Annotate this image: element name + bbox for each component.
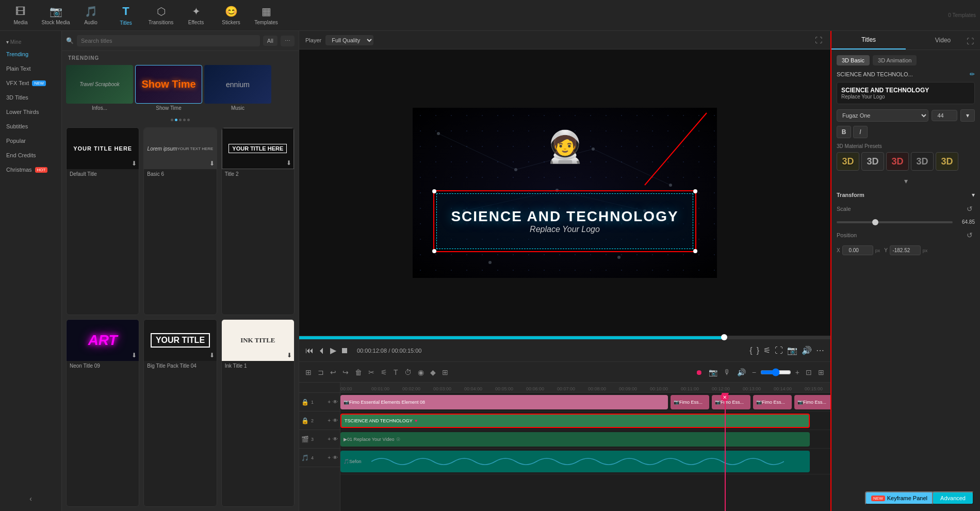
handle-br[interactable] xyxy=(693,249,697,253)
scale-slider[interactable] xyxy=(837,221,953,223)
preset-gray[interactable]: 3D xyxy=(911,152,934,171)
search-input[interactable] xyxy=(77,35,260,46)
tl-timer-btn[interactable]: ⏱ xyxy=(402,366,414,378)
tab-titles[interactable]: Titles xyxy=(831,31,906,50)
track1-clip-main[interactable]: 📷 Fimo Essential Elements Element 08 xyxy=(340,395,668,409)
track1-clip-4[interactable]: 📷 Fimo Ess... xyxy=(753,395,792,409)
tool-titles[interactable]: T Titles xyxy=(109,2,142,29)
tl-color-btn[interactable]: ◉ xyxy=(416,366,426,378)
tl-camera-btn[interactable]: 📷 xyxy=(707,366,720,378)
tl-layout-btn[interactable]: ⊞ xyxy=(440,366,450,378)
subtab-3dbasic[interactable]: 3D Basic xyxy=(837,55,870,65)
tl-audio-btn[interactable]: 🎙 xyxy=(722,366,733,378)
tl-zoom-slider[interactable] xyxy=(760,368,791,376)
pos-x-input[interactable] xyxy=(842,245,873,255)
track4-eye[interactable]: 👁 xyxy=(333,455,338,460)
preset-gold2[interactable]: 3D xyxy=(936,152,958,171)
mark-in-btn[interactable]: { xyxy=(749,346,752,355)
tl-cut-btn[interactable]: ✂ xyxy=(366,366,377,378)
position-reset-btn[interactable]: ↺ xyxy=(965,229,975,241)
more-options-btn[interactable]: ⋯ xyxy=(281,36,295,46)
font-size-input[interactable] xyxy=(932,110,957,121)
track2-clip-main[interactable]: T SCIENCE AND TECHNOLOGY ♥ xyxy=(340,414,810,428)
tool-stock[interactable]: 📷 Stock Media xyxy=(39,2,72,29)
tl-fit-btn[interactable]: ⊡ xyxy=(804,366,814,378)
tl-zoom-out-btn[interactable]: − xyxy=(750,366,758,378)
progress-bar[interactable] xyxy=(299,336,830,339)
font-size-dropdown[interactable]: ▾ xyxy=(960,109,975,122)
dot-5[interactable] xyxy=(187,119,190,121)
tl-zoom-in-btn[interactable]: + xyxy=(793,366,802,378)
tool-templates[interactable]: ▦ Templates xyxy=(250,2,283,29)
tool-media[interactable]: 🎞 Media xyxy=(4,2,37,29)
split-btn[interactable]: ⚟ xyxy=(763,345,771,355)
track2-eye[interactable]: 👁 xyxy=(333,418,338,423)
nav-vfx-text[interactable]: VFX Text NEW xyxy=(0,76,61,90)
track4-add-btn[interactable]: + xyxy=(328,455,331,460)
track1-clip-5[interactable]: 📷 Fimo Ess... xyxy=(794,395,830,409)
title-card-neon09[interactable]: ART ⬇ Neon Title 09 xyxy=(66,319,139,507)
title-card-ink1[interactable]: INK TITLE ⬇ Ink Title 1 xyxy=(221,319,295,507)
scale-reset-btn[interactable]: ↺ xyxy=(965,203,975,215)
nav-subtitles[interactable]: Subtitles xyxy=(0,119,61,134)
collapse-nav-btn[interactable]: ‹ xyxy=(29,494,32,503)
edit-title-btn[interactable]: ✏ xyxy=(970,71,975,78)
dot-4[interactable] xyxy=(183,119,186,121)
preset-gold[interactable]: 3D xyxy=(837,152,859,171)
track4-clip-main[interactable]: 🎵 Sefon xyxy=(340,451,810,472)
nav-plain-text[interactable]: Plain Text xyxy=(0,61,61,76)
trending-travel[interactable]: Travel Scrapbook Infos... xyxy=(66,65,133,112)
handle-tl[interactable] xyxy=(432,189,436,193)
tl-delete-btn[interactable]: 🗑 xyxy=(353,366,364,378)
screenshot-btn[interactable]: 📷 xyxy=(787,345,797,355)
title-card-default[interactable]: YOUR TITLE HERE ⬇ Default Title xyxy=(66,127,139,315)
dot-2[interactable] xyxy=(175,119,177,121)
nav-end-credits[interactable]: End Credits xyxy=(0,148,61,162)
dot-1[interactable] xyxy=(171,119,173,121)
tool-effects[interactable]: ✦ Effects xyxy=(179,2,213,29)
mark-out-btn[interactable]: } xyxy=(757,346,759,355)
tool-stickers[interactable]: 😊 Stickers xyxy=(215,2,248,29)
fullscreen-btn[interactable]: ⛶ xyxy=(775,346,783,355)
track3-clip-main[interactable]: ▶ 01 Replace Your Video ☉ xyxy=(340,432,810,447)
keyframe-panel-btn[interactable]: NEW Keyframe Panel xyxy=(865,491,934,505)
stop-btn[interactable]: ⏹ xyxy=(340,346,349,355)
trending-show-time[interactable]: Show Time Show Time xyxy=(135,65,202,112)
track3-add-btn[interactable]: + xyxy=(328,436,331,442)
track1-clip-2[interactable]: 📷 Fimo Ess... xyxy=(671,395,709,409)
advanced-btn[interactable]: Advanced xyxy=(932,491,974,505)
handle-bl[interactable] xyxy=(432,249,436,253)
expand-panel-btn[interactable]: ⛶ xyxy=(965,35,976,47)
more-btn[interactable]: ⋯ xyxy=(816,345,824,355)
trending-music[interactable]: ennium Music xyxy=(204,65,271,112)
play-btn[interactable]: ▶ xyxy=(330,345,336,355)
preset-silver[interactable]: 3D xyxy=(861,152,884,171)
tl-audio2-btn[interactable]: 🔊 xyxy=(735,366,748,378)
tl-grid2-btn[interactable]: ⊞ xyxy=(816,366,826,378)
tl-snap-btn[interactable]: ⊐ xyxy=(316,366,326,378)
skip-back-btn[interactable]: ⏮ xyxy=(305,346,314,355)
nav-popular[interactable]: Popular xyxy=(0,134,61,148)
bold-btn[interactable]: B xyxy=(837,126,851,138)
track3-eye[interactable]: 👁 xyxy=(333,436,338,442)
title-card-title2[interactable]: YOUR TITLE HERE ⬇ Title 2 xyxy=(221,127,295,315)
pos-y-input[interactable] xyxy=(890,245,921,255)
tl-grid-btn[interactable]: ⊞ xyxy=(303,366,314,378)
nav-lower-thirds[interactable]: Lower Thirds xyxy=(0,105,61,119)
tl-redo-btn[interactable]: ↪ xyxy=(340,366,351,378)
italic-btn[interactable]: I xyxy=(853,126,868,138)
transform-header[interactable]: Transform ▾ xyxy=(837,191,975,199)
subtab-3danim[interactable]: 3D Animation xyxy=(873,55,917,65)
tl-undo-btn[interactable]: ↩ xyxy=(328,366,338,378)
preset-red[interactable]: 3D xyxy=(886,152,909,171)
presets-more-btn[interactable]: ▾ xyxy=(902,175,910,187)
nav-trending[interactable]: Trending xyxy=(0,47,61,61)
nav-christmas[interactable]: Christmas HOT xyxy=(0,162,61,177)
track1-add-btn[interactable]: + xyxy=(328,399,331,405)
quality-select[interactable]: Full Quality Half Quality xyxy=(325,35,373,45)
title-card-basic6[interactable]: Lorem ipsum YOUR TEXT HERE ⬇ Basic 6 xyxy=(143,127,217,315)
volume-btn[interactable]: 🔊 xyxy=(802,345,812,355)
dot-3[interactable] xyxy=(179,119,182,121)
tool-transitions[interactable]: ⬡ Transitions xyxy=(144,2,177,29)
tl-split-btn[interactable]: ⚟ xyxy=(379,366,389,378)
